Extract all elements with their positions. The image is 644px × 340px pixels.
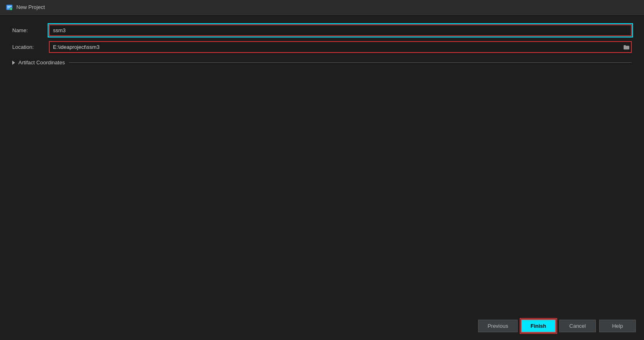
browse-folder-button[interactable] xyxy=(623,44,630,50)
title-bar: New Project xyxy=(0,0,644,15)
name-label: Name: xyxy=(12,27,49,33)
finish-button[interactable]: Finish xyxy=(521,319,556,333)
dialog-title: New Project xyxy=(16,4,45,10)
location-input[interactable] xyxy=(49,41,632,53)
dialog-content: Name: Location: Artif xyxy=(0,15,644,340)
help-button[interactable]: Help xyxy=(599,320,636,332)
dialog-overlay: New Project Name: Location: xyxy=(0,0,644,340)
bottom-button-bar: Previous Finish Cancel Help xyxy=(478,314,636,336)
new-project-icon xyxy=(6,4,13,11)
location-row: Location: xyxy=(12,41,632,53)
chevron-right-icon xyxy=(12,61,15,65)
previous-button[interactable]: Previous xyxy=(478,320,518,332)
artifact-coordinates-label: Artifact Coordinates xyxy=(18,59,65,66)
artifact-toggle[interactable]: Artifact Coordinates xyxy=(12,59,65,66)
svg-rect-1 xyxy=(7,6,11,7)
name-input[interactable] xyxy=(49,24,632,36)
location-input-wrapper xyxy=(49,41,632,53)
artifact-coordinates-section: Artifact Coordinates xyxy=(12,59,632,66)
cancel-button[interactable]: Cancel xyxy=(559,320,596,332)
location-label: Location: xyxy=(12,44,49,50)
name-input-wrapper xyxy=(49,24,632,36)
svg-rect-2 xyxy=(7,7,10,8)
artifact-divider xyxy=(69,62,632,63)
name-row: Name: xyxy=(12,24,632,36)
main-content-area xyxy=(12,70,632,332)
